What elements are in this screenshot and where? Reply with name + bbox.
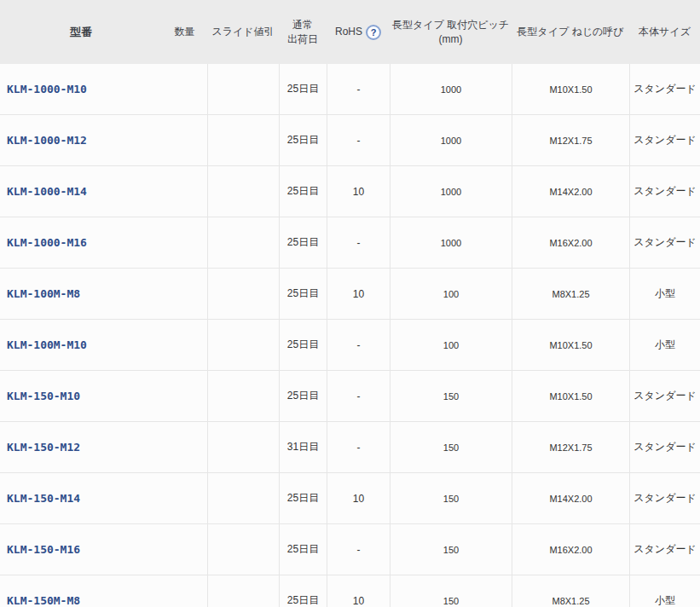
quantity-cell [162,64,207,114]
quantity-cell [162,217,207,268]
rohs-cell: - [327,217,390,268]
part-number-cell: KLM-100M-M8 [0,269,162,319]
body-size-cell: スタンダード [629,115,700,165]
slide-discount-cell [207,217,279,268]
part-number-link[interactable]: KLM-150-M14 [7,492,80,505]
part-number-cell: KLM-100M-M10 [0,320,162,370]
rohs-cell: - [327,320,390,370]
rohs-cell: 10 [327,166,390,217]
quantity-cell [162,115,207,165]
table-row: KLM-1000-M14 25日目 10 1000 M14X2.00 スタンダー… [0,166,700,217]
part-number-cell: KLM-150-M12 [0,422,162,472]
part-number-cell: KLM-1000-M10 [0,64,162,114]
hole-pitch-cell: 1000 [390,217,512,268]
thread-cell: M16X2.00 [512,524,629,575]
header-quantity: 数量 [162,0,207,64]
part-number-cell: KLM-150M-M8 [0,575,162,607]
slide-discount-cell [207,166,279,217]
slide-discount-cell [207,473,279,523]
part-number-link[interactable]: KLM-100M-M10 [7,338,87,351]
body-size-cell: スタンダード [629,217,700,268]
hole-pitch-cell: 150 [390,524,512,575]
part-number-cell: KLM-150-M14 [0,473,162,523]
thread-cell: M12X1.75 [512,115,629,165]
rohs-cell: - [327,524,390,575]
part-number-cell: KLM-150-M10 [0,371,162,421]
hole-pitch-cell: 100 [390,320,512,370]
rohs-help-icon[interactable]: ? [366,25,381,40]
table-row: KLM-150-M16 25日目 - 150 M16X2.00 スタンダード [0,524,700,575]
ship-day-cell: 25日目 [279,115,327,165]
part-number-link[interactable]: KLM-150-M16 [7,543,80,556]
slide-discount-cell [207,320,279,370]
header-part-number: 型番 [0,0,162,64]
part-number-link[interactable]: KLM-150M-M8 [7,594,80,607]
ship-day-cell: 25日目 [279,371,327,421]
body-size-cell: スタンダード [629,64,700,114]
thread-cell: M8X1.25 [512,269,629,319]
table-row: KLM-150-M12 31日目 - 150 M12X1.75 スタンダード [0,422,700,473]
table-body: KLM-1000-M10 25日目 - 1000 M10X1.50 スタンダード… [0,64,700,607]
header-hole-pitch: 長型タイプ 取付穴ピッチ (mm) [390,0,512,64]
table-row: KLM-100M-M8 25日目 10 100 M8X1.25 小型 [0,269,700,320]
ship-day-cell: 31日目 [279,422,327,472]
slide-discount-cell [207,524,279,575]
rohs-cell: 10 [327,575,390,607]
body-size-cell: スタンダード [629,422,700,472]
hole-pitch-cell: 100 [390,269,512,319]
thread-cell: M8X1.25 [512,575,629,607]
ship-day-cell: 25日目 [279,575,327,607]
slide-discount-cell [207,269,279,319]
part-number-cell: KLM-150-M16 [0,524,162,575]
quantity-cell [162,422,207,472]
ship-day-cell: 25日目 [279,320,327,370]
thread-cell: M14X2.00 [512,166,629,217]
part-number-link[interactable]: KLM-150-M10 [7,390,80,402]
part-number-link[interactable]: KLM-1000-M12 [7,134,87,147]
quantity-cell [162,575,207,607]
header-slide-discount: スライド値引 [207,0,279,64]
part-number-link[interactable]: KLM-1000-M16 [7,236,87,249]
ship-day-cell: 25日目 [279,269,327,319]
rohs-cell: - [327,115,390,165]
table-row: KLM-150-M14 25日目 10 150 M14X2.00 スタンダード [0,473,700,524]
rohs-cell: 10 [327,269,390,319]
part-number-link[interactable]: KLM-1000-M10 [7,83,87,95]
body-size-cell: スタンダード [629,166,700,217]
part-number-link[interactable]: KLM-100M-M8 [7,287,80,300]
body-size-cell: スタンダード [629,473,700,523]
part-number-link[interactable]: KLM-1000-M14 [7,185,87,198]
hole-pitch-cell: 1000 [390,166,512,217]
thread-cell: M10X1.50 [512,371,629,421]
parts-table-page: 型番 数量 スライド値引 通常 出荷日 RoHS ? 長型タイプ 取付穴ピッチ … [0,0,700,607]
table-row: KLM-1000-M12 25日目 - 1000 M12X1.75 スタンダード [0,115,700,166]
table-row: KLM-1000-M10 25日目 - 1000 M10X1.50 スタンダード [0,64,700,115]
quantity-cell [162,166,207,217]
rohs-cell: 10 [327,473,390,523]
header-ship-day: 通常 出荷日 [279,0,327,64]
ship-day-cell: 25日目 [279,217,327,268]
table-row: KLM-100M-M10 25日目 - 100 M10X1.50 小型 [0,320,700,371]
ship-day-cell: 25日目 [279,166,327,217]
thread-cell: M14X2.00 [512,473,629,523]
hole-pitch-cell: 1000 [390,115,512,165]
slide-discount-cell [207,371,279,421]
slide-discount-cell [207,575,279,607]
body-size-cell: 小型 [629,575,700,607]
table-row: KLM-150M-M8 25日目 10 150 M8X1.25 小型 [0,575,700,607]
quantity-cell [162,269,207,319]
rohs-cell: - [327,371,390,421]
quantity-cell [162,320,207,370]
table-row: KLM-1000-M16 25日目 - 1000 M16X2.00 スタンダード [0,217,700,269]
part-number-cell: KLM-1000-M12 [0,115,162,165]
table-row: KLM-150-M10 25日目 - 150 M10X1.50 スタンダード [0,371,700,422]
slide-discount-cell [207,422,279,472]
ship-day-cell: 25日目 [279,524,327,575]
quantity-cell [162,371,207,421]
hole-pitch-cell: 150 [390,473,512,523]
thread-cell: M10X1.50 [512,320,629,370]
part-number-link[interactable]: KLM-150-M12 [7,441,80,454]
header-body-size: 本体サイズ [629,0,700,64]
body-size-cell: スタンダード [629,371,700,421]
thread-cell: M16X2.00 [512,217,629,268]
